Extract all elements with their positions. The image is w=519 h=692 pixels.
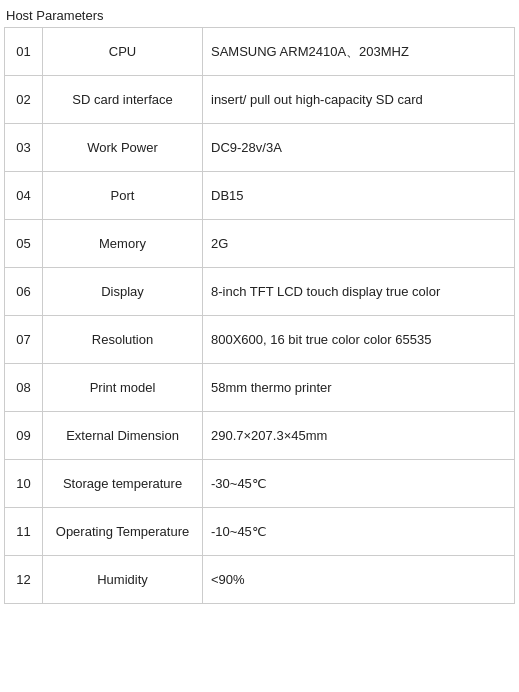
row-label: Resolution — [43, 316, 203, 364]
row-value: DB15 — [203, 172, 515, 220]
row-number: 05 — [5, 220, 43, 268]
row-label: External Dimension — [43, 412, 203, 460]
row-number: 04 — [5, 172, 43, 220]
row-label: CPU — [43, 28, 203, 76]
row-label: Print model — [43, 364, 203, 412]
table-row: 01CPUSAMSUNG ARM2410A、203MHZ — [5, 28, 515, 76]
row-number: 11 — [5, 508, 43, 556]
row-value: 800X600, 16 bit true color color 65535 — [203, 316, 515, 364]
page-wrapper: Host Parameters 01CPUSAMSUNG ARM2410A、20… — [0, 0, 519, 612]
row-number: 03 — [5, 124, 43, 172]
row-value: DC9-28v/3A — [203, 124, 515, 172]
row-number: 12 — [5, 556, 43, 604]
table-row: 02SD card interfaceinsert/ pull out high… — [5, 76, 515, 124]
table-row: 05Memory2G — [5, 220, 515, 268]
table-row: 08Print model58mm thermo printer — [5, 364, 515, 412]
row-label: Port — [43, 172, 203, 220]
table-row: 12Humidity<90% — [5, 556, 515, 604]
row-value: 2G — [203, 220, 515, 268]
row-value: -30~45℃ — [203, 460, 515, 508]
row-label: Storage temperature — [43, 460, 203, 508]
table-row: 09External Dimension290.7×207.3×45mm — [5, 412, 515, 460]
row-value: 58mm thermo printer — [203, 364, 515, 412]
section-title: Host Parameters — [4, 8, 515, 23]
row-number: 09 — [5, 412, 43, 460]
row-value: 8-inch TFT LCD touch display true color — [203, 268, 515, 316]
row-number: 08 — [5, 364, 43, 412]
table-row: 03Work PowerDC9-28v/3A — [5, 124, 515, 172]
row-value: SAMSUNG ARM2410A、203MHZ — [203, 28, 515, 76]
row-value: insert/ pull out high-capacity SD card — [203, 76, 515, 124]
row-label: Operating Temperature — [43, 508, 203, 556]
row-number: 07 — [5, 316, 43, 364]
row-value: -10~45℃ — [203, 508, 515, 556]
row-number: 06 — [5, 268, 43, 316]
row-label: Work Power — [43, 124, 203, 172]
table-row: 06Display8-inch TFT LCD touch display tr… — [5, 268, 515, 316]
row-value: 290.7×207.3×45mm — [203, 412, 515, 460]
table-row: 10Storage temperature-30~45℃ — [5, 460, 515, 508]
row-number: 10 — [5, 460, 43, 508]
row-label: SD card interface — [43, 76, 203, 124]
row-label: Humidity — [43, 556, 203, 604]
row-number: 01 — [5, 28, 43, 76]
row-label: Memory — [43, 220, 203, 268]
table-row: 11Operating Temperature-10~45℃ — [5, 508, 515, 556]
table-row: 04PortDB15 — [5, 172, 515, 220]
table-row: 07Resolution800X600, 16 bit true color c… — [5, 316, 515, 364]
row-value: <90% — [203, 556, 515, 604]
row-label: Display — [43, 268, 203, 316]
parameters-table: 01CPUSAMSUNG ARM2410A、203MHZ02SD card in… — [4, 27, 515, 604]
row-number: 02 — [5, 76, 43, 124]
